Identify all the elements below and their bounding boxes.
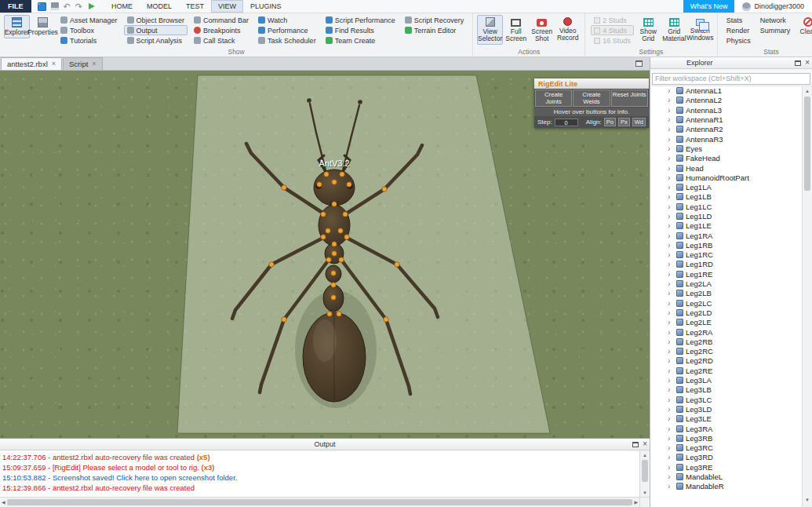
tree-item[interactable]: ›MandableL [650,472,802,481]
viewport-3d[interactable]: AntV3.2 AntV3.2 RigEdit Lite Create Join… [0,71,650,438]
redo-icon[interactable]: ↷ [75,2,82,11]
tree-item[interactable]: ›Leg1RA [650,231,802,240]
expand-chevron-icon[interactable]: › [668,405,674,414]
tree-item[interactable]: ›MandableR [650,482,802,491]
ribbon-tutorials-button[interactable]: Tutorials [57,35,121,46]
expand-chevron-icon[interactable]: › [668,328,674,337]
scrollbar-thumb[interactable] [7,499,633,505]
expand-chevron-icon[interactable]: › [668,96,674,104]
expand-chevron-icon[interactable]: › [668,396,674,404]
expand-chevron-icon[interactable]: › [668,356,674,365]
output-horizontal-scrollbar[interactable]: ◀ ▶ [0,497,639,507]
expand-chevron-icon[interactable]: › [668,260,674,268]
align-px-button[interactable]: Px [618,118,630,126]
tree-item[interactable]: ›Leg1LA [650,182,802,191]
ribbon-script-analysis-button[interactable]: Script Analysis [124,35,188,46]
ribbon-breakpoints-button[interactable]: Breakpoints [191,25,252,35]
ribbon-terrain-editor-button[interactable]: Terrain Editor [402,25,468,35]
tree-item[interactable]: ›Leg2LC [650,298,802,308]
tree-item[interactable]: ›AntennaR1 [650,115,802,124]
step-input[interactable]: 0 [555,119,578,126]
ribbon-render-button[interactable]: Render [723,25,754,35]
scroll-left-icon[interactable]: ◀ [2,500,5,505]
tree-item[interactable]: ›Leg1RD [650,260,802,269]
expand-chevron-icon[interactable]: › [668,212,674,221]
tree-item[interactable]: ›FakeHead [650,154,802,163]
ribbon-2-studs-option[interactable]: 2 Studs [591,15,634,25]
reset-joints-button[interactable]: Reset Joints [611,89,648,107]
ribbon-clear-button[interactable]: Clear [795,15,812,38]
expand-chevron-icon[interactable]: › [668,289,674,297]
ribbon-switch-windows-button[interactable]: Switch Windows [687,15,713,44]
tree-item[interactable]: ›Head [650,163,802,173]
expand-chevron-icon[interactable]: › [668,192,674,201]
expand-chevron-icon[interactable]: › [668,241,674,250]
filter-workspace-input[interactable] [652,73,810,85]
tree-item[interactable]: ›Leg3RA [650,424,802,433]
tree-item[interactable]: ›AntennaR2 [650,125,802,134]
scroll-up-icon[interactable]: ▲ [803,86,812,96]
float-panel-icon[interactable] [632,442,639,447]
tree-item[interactable]: ›Leg2RD [650,356,802,366]
tree-item[interactable]: ›Leg3LB [650,385,802,395]
explorer-scrollbar[interactable]: ▲ ▼ [802,86,812,507]
expand-chevron-icon[interactable]: › [668,183,674,191]
scroll-down-icon[interactable]: ▼ [803,498,812,507]
tree-item[interactable]: ›Leg1RC [650,250,802,260]
expand-chevron-icon[interactable]: › [668,453,674,461]
close-tab-icon[interactable]: × [52,60,56,67]
save-icon[interactable] [51,2,59,10]
tree-item[interactable]: ›Leg2RB [650,337,802,346]
tree-item[interactable]: ›HumanoidRootPart [650,173,802,182]
close-panel-icon[interactable]: × [643,440,647,448]
tree-item[interactable]: ›Leg2LD [650,308,802,317]
tree-item[interactable]: ›AntennaR3 [650,134,802,144]
expand-chevron-icon[interactable]: › [668,425,674,433]
tree-item[interactable]: ›Leg2LE [650,318,802,327]
ribbon-video-record-button[interactable]: Video Record [555,15,581,44]
ribbon-stats-button[interactable]: Stats [723,15,754,25]
expand-chevron-icon[interactable]: › [668,202,674,211]
tree-item[interactable]: ›Leg2RA [650,327,802,337]
ribbon-network-button[interactable]: Network [757,15,794,25]
user-account-chip[interactable]: Dinodigger3000 [734,0,812,13]
open-recent-icon[interactable] [38,2,46,11]
tree-item[interactable]: ›Leg3LA [650,375,802,385]
expand-chevron-icon[interactable]: › [668,154,674,162]
output-message[interactable]: 15:10:53.882 - Screenshot saved! Click h… [2,472,637,483]
menu-tab-test[interactable]: TEST [179,0,211,13]
expand-chevron-icon[interactable]: › [668,144,674,153]
tree-item[interactable]: ›Leg3RB [650,433,802,443]
ribbon-16-studs-option[interactable]: 16 Studs [591,35,634,46]
ribbon-explorer-button[interactable]: Explorer [4,15,30,38]
tab-script[interactable]: Script × [63,57,103,70]
tree-item[interactable]: ›Leg3RE [650,462,802,472]
close-panel-icon[interactable]: × [805,59,810,67]
float-panel-icon[interactable] [635,60,643,67]
tree-item[interactable]: ›Leg2RE [650,366,802,375]
menu-tab-model[interactable]: MODEL [140,0,179,13]
play-icon[interactable] [89,3,95,9]
ribbon-team-create-button[interactable]: Team Create [322,35,399,46]
expand-chevron-icon[interactable]: › [668,135,674,144]
expand-chevron-icon[interactable]: › [668,106,674,115]
ribbon-script-recovery-button[interactable]: Script Recovery [402,15,468,25]
ribbon-full-screen-button[interactable]: Full Screen [503,15,529,45]
tree-item[interactable]: ›Leg3RC [650,443,802,452]
ribbon-call-stack-button[interactable]: Call Stack [191,35,252,46]
expand-chevron-icon[interactable]: › [668,337,674,346]
tree-item[interactable]: ›Leg1RE [650,269,802,279]
ribbon-output-button[interactable]: Output [124,25,188,35]
tree-item[interactable]: ›Leg3LD [650,404,802,414]
tree-item[interactable]: ›Leg1LB [650,192,802,202]
ribbon-find-results-button[interactable]: Find Results [322,25,399,35]
ribbon-show-grid-button[interactable]: Show Grid [635,15,661,45]
menu-tab-view[interactable]: VIEW [211,0,243,13]
expand-chevron-icon[interactable]: › [668,443,674,452]
align-wd-button[interactable]: Wd [632,118,646,126]
ribbon-summary-button[interactable]: Summary [757,25,794,35]
create-welds-button[interactable]: Create Welds [573,89,610,107]
output-vertical-scrollbar[interactable]: ▲ ▼ [639,450,650,497]
ribbon-watch-button[interactable]: Watch [255,15,319,25]
expand-chevron-icon[interactable]: › [668,472,674,481]
